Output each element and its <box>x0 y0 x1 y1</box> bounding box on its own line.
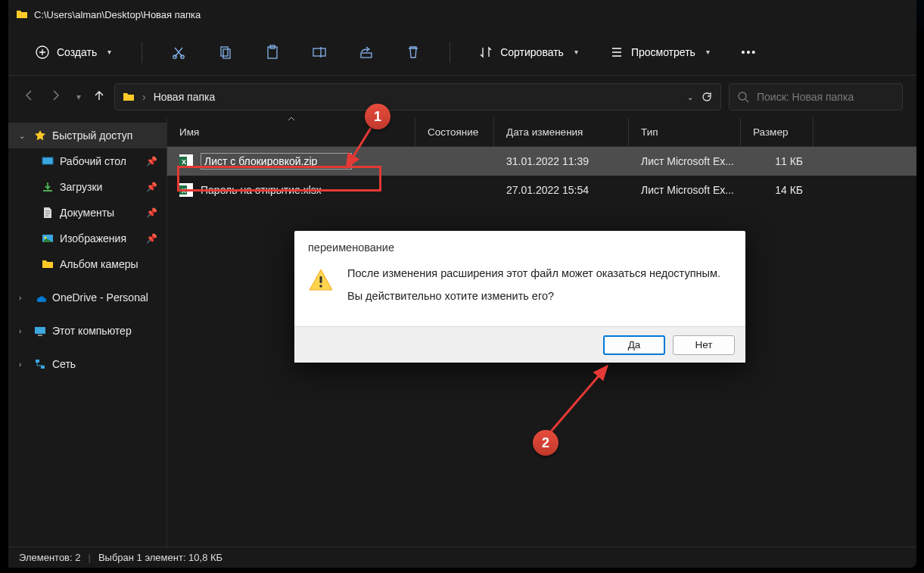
dialog-message-1: После изменения расширения этот файл мож… <box>347 267 720 279</box>
separator: | <box>88 552 90 563</box>
search-placeholder: Поиск: Новая папка <box>757 91 854 103</box>
up-button[interactable] <box>92 88 107 106</box>
view-button[interactable]: Просмотреть ▾ <box>602 41 717 64</box>
excel-icon: X <box>179 154 193 168</box>
sidebar-item-label: Загрузки <box>60 181 102 193</box>
dialog-title: переименование <box>294 231 745 258</box>
star-icon <box>34 129 46 142</box>
sidebar-onedrive[interactable]: › OneDrive - Personal <box>8 285 166 310</box>
chevron-right-icon: › <box>19 360 28 369</box>
svg-rect-17 <box>41 366 45 369</box>
file-size: 14 КБ <box>741 184 814 196</box>
history-button[interactable]: ▾ <box>76 92 81 102</box>
sidebar-item-label: Этот компьютер <box>52 325 132 337</box>
file-date: 31.01.2022 11:39 <box>494 155 629 167</box>
file-row[interactable]: X Пароль на открытие.xlsx 27.01.2022 15:… <box>167 176 916 204</box>
svg-rect-10 <box>42 157 53 164</box>
pin-icon: 📌 <box>146 233 157 244</box>
file-name: Пароль на открытие.xlsx <box>201 184 322 196</box>
sidebar-item-label: Изображения <box>60 232 126 244</box>
column-type[interactable]: Тип <box>629 118 741 146</box>
file-type: Лист Microsoft Ex... <box>629 155 741 167</box>
sidebar-item-camera-roll[interactable]: Альбом камеры <box>8 251 166 277</box>
share-button[interactable] <box>351 37 381 67</box>
sidebar-item-documents[interactable]: Документы 📌 <box>8 200 166 226</box>
monitor-icon <box>34 325 46 337</box>
dialog-yes-button[interactable]: Да <box>603 335 665 355</box>
ellipsis-icon: ••• <box>741 46 757 58</box>
sidebar-item-label: Альбом камеры <box>60 258 138 270</box>
column-label: Имя <box>179 126 199 138</box>
file-row[interactable]: X 31.01.2022 11:39 Лист Microsoft Ex... … <box>167 147 916 176</box>
column-label: Тип <box>641 126 658 138</box>
svg-text:X: X <box>182 158 186 166</box>
clipboard-icon <box>265 45 280 60</box>
plus-circle-icon <box>36 45 49 59</box>
svg-point-9 <box>739 92 746 100</box>
sidebar-network[interactable]: › Сеть <box>8 351 166 377</box>
column-label: Дата изменения <box>506 126 583 138</box>
sidebar-this-pc[interactable]: › Этот компьютер <box>8 318 166 344</box>
column-date[interactable]: Дата изменения <box>494 118 629 146</box>
annotation-marker-2: 2 <box>533 430 558 456</box>
dialog-no-button[interactable]: Нет <box>673 335 735 355</box>
network-icon <box>34 358 46 370</box>
folder-icon <box>123 91 135 103</box>
navigation-row: ▾ › Новая папка ⌄ Поиск: Новая папка <box>8 76 916 118</box>
sort-asc-icon <box>288 116 295 122</box>
rename-dialog: переименование После изменения расширени… <box>294 231 745 363</box>
file-type: Лист Microsoft Ex... <box>629 184 741 196</box>
svg-rect-16 <box>36 360 39 363</box>
search-box[interactable]: Поиск: Новая папка <box>729 83 903 111</box>
sidebar-item-label: Быстрый доступ <box>52 129 132 142</box>
chevron-down-icon[interactable]: ⌄ <box>687 93 693 101</box>
new-label: Создать <box>57 46 97 58</box>
pin-icon: 📌 <box>146 207 157 218</box>
refresh-button[interactable] <box>701 91 713 103</box>
arrow-left-icon <box>22 88 37 103</box>
sidebar-item-label: Документы <box>60 207 114 219</box>
forward-button[interactable] <box>48 88 63 106</box>
rename-button[interactable] <box>304 37 334 67</box>
sidebar-item-desktop[interactable]: Рабочий стол 📌 <box>8 148 166 174</box>
breadcrumb-separator: › <box>142 91 146 103</box>
separator <box>450 42 450 63</box>
breadcrumb-current[interactable]: Новая папка <box>154 91 216 103</box>
toolbar: Создать ▾ Сортировать ▾ Просмотреть ▾ ••… <box>8 29 916 76</box>
back-button[interactable] <box>22 88 37 106</box>
sidebar-item-pictures[interactable]: Изображения 📌 <box>8 226 166 251</box>
chevron-down-icon: ▾ <box>107 48 111 56</box>
scissors-icon <box>171 45 186 60</box>
excel-icon: X <box>179 183 193 197</box>
cut-button[interactable] <box>163 37 194 67</box>
search-icon <box>737 91 749 103</box>
annotation-marker-1: 1 <box>365 104 390 129</box>
svg-rect-8 <box>361 53 372 58</box>
sidebar-item-downloads[interactable]: Загрузки 📌 <box>8 174 166 200</box>
chevron-down-icon: ⌄ <box>19 132 28 140</box>
share-icon <box>359 45 374 60</box>
chevron-right-icon: › <box>19 327 28 335</box>
sort-button[interactable]: Сортировать ▾ <box>471 41 586 64</box>
paste-button[interactable] <box>257 37 288 67</box>
column-headers: Имя Состояние Дата изменения Тип Размер <box>167 118 916 147</box>
cloud-icon <box>34 291 46 304</box>
copy-button[interactable] <box>210 37 241 67</box>
download-icon <box>42 181 54 193</box>
column-state[interactable]: Состояние <box>415 118 494 146</box>
chevron-down-icon: ▾ <box>574 48 578 56</box>
new-button[interactable]: Создать ▾ <box>26 41 120 64</box>
svg-rect-14 <box>35 327 45 334</box>
delete-button[interactable] <box>398 37 428 67</box>
svg-rect-7 <box>313 48 325 56</box>
address-bar[interactable]: › Новая папка ⌄ <box>114 83 721 111</box>
sidebar-quick-access[interactable]: ⌄ Быстрый доступ <box>8 123 166 148</box>
view-icon <box>610 45 624 59</box>
column-size[interactable]: Размер <box>741 118 814 146</box>
warning-icon <box>308 267 334 293</box>
more-button[interactable]: ••• <box>734 37 764 67</box>
pin-icon: 📌 <box>146 182 157 192</box>
copy-icon <box>218 45 233 60</box>
sidebar-item-label: Сеть <box>52 358 76 370</box>
rename-input[interactable] <box>201 153 352 170</box>
